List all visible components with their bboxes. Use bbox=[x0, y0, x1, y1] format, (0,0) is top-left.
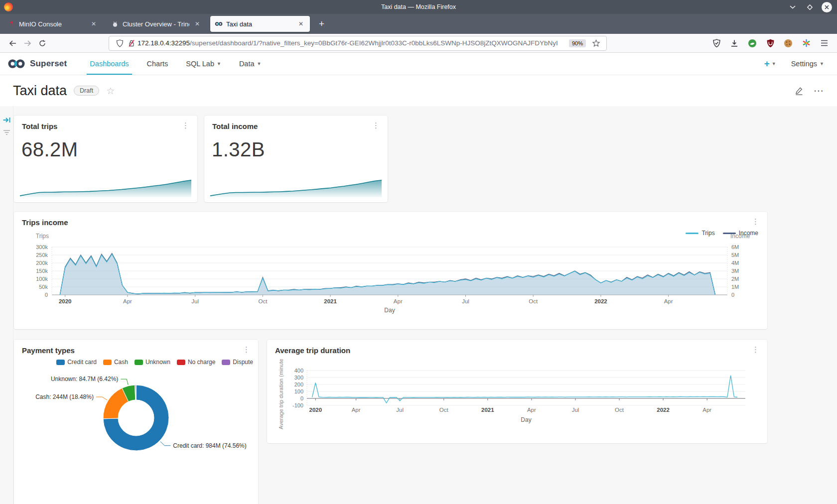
legend-item-trips[interactable]: Trips bbox=[686, 230, 714, 237]
caret-down-icon: ▼ bbox=[820, 61, 824, 66]
hamburger-menu-icon[interactable] bbox=[818, 37, 830, 49]
svg-text:Apr: Apr bbox=[352, 407, 361, 413]
nav-item-charts[interactable]: Charts bbox=[138, 53, 177, 75]
svg-text:Trips: Trips bbox=[36, 233, 49, 240]
legend-item-dispute[interactable]: Dispute bbox=[222, 359, 253, 366]
svg-text:0: 0 bbox=[300, 395, 303, 401]
close-button[interactable] bbox=[822, 2, 832, 12]
tab-minio-console[interactable]: MinIO Console ✕ bbox=[3, 16, 103, 32]
forward-button[interactable] bbox=[20, 36, 35, 50]
colorful-asterisk-extension-icon[interactable] bbox=[800, 37, 812, 49]
favorite-star-icon[interactable]: ☆ bbox=[106, 85, 115, 97]
tab-close-icon[interactable]: ✕ bbox=[296, 19, 305, 28]
svg-text:Apr: Apr bbox=[394, 298, 403, 304]
filter-list-icon[interactable] bbox=[2, 129, 11, 138]
caret-down-icon: ▼ bbox=[217, 61, 221, 66]
green-privacy-extension-icon[interactable] bbox=[746, 37, 758, 49]
bookmark-star-icon[interactable] bbox=[590, 37, 602, 49]
svg-text:Cash: 244M (18.48%): Cash: 244M (18.48%) bbox=[35, 393, 94, 400]
svg-text:300k: 300k bbox=[36, 244, 48, 250]
svg-text:Jul: Jul bbox=[191, 298, 199, 304]
tab-close-icon[interactable]: ✕ bbox=[193, 19, 202, 28]
tab-label: MinIO Console bbox=[19, 20, 86, 28]
legend-item-no-charge[interactable]: No charge bbox=[177, 359, 215, 366]
minimize-button[interactable] bbox=[788, 2, 798, 12]
svg-text:2020: 2020 bbox=[59, 298, 72, 304]
superset-logo[interactable]: Superset bbox=[7, 59, 67, 69]
svg-text:Unknown: 84.7M (6.42%): Unknown: 84.7M (6.42%) bbox=[51, 376, 118, 382]
nav-item-dashboards[interactable]: Dashboards bbox=[81, 53, 138, 75]
avg-trip-duration-card: Average trip duration ⋮ 4003002001000-10… bbox=[267, 340, 767, 443]
svg-text:200k: 200k bbox=[36, 260, 48, 266]
settings-menu[interactable]: Settings▼ bbox=[791, 60, 824, 68]
svg-text:250k: 250k bbox=[36, 252, 48, 258]
svg-text:Day: Day bbox=[384, 307, 395, 314]
svg-text:300: 300 bbox=[294, 375, 303, 380]
trips-income-card: Trips income ⋮ TripsIncome 300k6M250k5M2… bbox=[14, 212, 767, 329]
legend-item-cash[interactable]: Cash bbox=[103, 359, 128, 366]
expand-filter-bar-icon[interactable] bbox=[2, 116, 11, 126]
svg-text:400: 400 bbox=[294, 368, 303, 374]
svg-text:Oct: Oct bbox=[615, 407, 624, 413]
new-item-button[interactable]: +▼ bbox=[764, 58, 776, 69]
dashboard-menu-icon[interactable]: ⋯ bbox=[814, 85, 824, 97]
tab-label: Cluster Overview - Trino bbox=[123, 20, 189, 28]
window-title: Taxi data — Mozilla Firefox bbox=[0, 3, 837, 10]
reload-button[interactable] bbox=[35, 36, 50, 50]
back-button[interactable] bbox=[5, 36, 20, 50]
tab-trino-cluster[interactable]: Cluster Overview - Trino ✕ bbox=[107, 16, 206, 32]
svg-text:2M: 2M bbox=[731, 276, 739, 282]
svg-text:100k: 100k bbox=[36, 276, 48, 282]
shield-check-extension-icon[interactable] bbox=[710, 37, 722, 49]
card-title: Total income bbox=[212, 122, 258, 130]
cookie-extension-icon[interactable] bbox=[782, 37, 794, 49]
trips-income-chart: 300k6M250k5M200k4M150k3M100k2M50k1M00Tri… bbox=[14, 227, 767, 318]
legend-item-credit-card[interactable]: Credit card bbox=[56, 359, 97, 366]
zoom-level-badge[interactable]: 90% bbox=[569, 39, 586, 47]
total-trips-card: Total trips ⋮ 68.2M bbox=[14, 116, 197, 202]
tab-close-icon[interactable]: ✕ bbox=[89, 19, 98, 28]
svg-text:0: 0 bbox=[731, 292, 734, 298]
card-menu-icon[interactable]: ⋮ bbox=[241, 346, 252, 353]
dashboard-content: Total trips ⋮ 68.2M Total income ⋮ 1.32B… bbox=[0, 106, 837, 504]
legend-item-income[interactable]: Income bbox=[723, 230, 758, 237]
edit-pencil-icon[interactable] bbox=[795, 86, 804, 95]
total-trips-value: 68.2M bbox=[14, 138, 197, 161]
tab-taxi-data-active[interactable]: Taxi data ✕ bbox=[210, 16, 310, 32]
avg-trip-duration-chart: 4003002001000-1002020AprJulOct2021AprJul… bbox=[267, 355, 767, 433]
svg-text:Apr: Apr bbox=[664, 298, 673, 304]
svg-text:Jul: Jul bbox=[572, 407, 579, 413]
status-badge: Draft bbox=[74, 86, 99, 96]
new-tab-button[interactable]: + bbox=[314, 18, 329, 29]
card-title: Payment types bbox=[22, 346, 75, 355]
minio-favicon bbox=[7, 20, 15, 28]
total-income-sparkline bbox=[210, 177, 382, 197]
nav-item-sql-lab[interactable]: SQL Lab▼ bbox=[177, 53, 230, 75]
legend-label: Unknown bbox=[145, 359, 170, 366]
svg-text:Oct: Oct bbox=[529, 298, 538, 304]
card-menu-icon[interactable]: ⋮ bbox=[370, 122, 382, 129]
svg-text:Average trip duration (minute: Average trip duration (minute bbox=[278, 359, 284, 429]
legend-item-unknown[interactable]: Unknown bbox=[135, 359, 170, 366]
downloads-icon[interactable] bbox=[728, 37, 740, 49]
total-income-value: 1.32B bbox=[204, 138, 388, 161]
card-menu-icon[interactable]: ⋮ bbox=[180, 122, 191, 129]
window-titlebar: Taxi data — Mozilla Firefox bbox=[0, 0, 837, 14]
total-trips-sparkline bbox=[20, 177, 191, 197]
svg-text:-100: -100 bbox=[292, 402, 303, 408]
ublock-shield-extension-icon[interactable] bbox=[764, 37, 776, 49]
legend-label: Trips bbox=[701, 230, 714, 237]
nav-item-data[interactable]: Data▼ bbox=[230, 53, 271, 75]
maximize-button[interactable] bbox=[805, 2, 815, 12]
insecure-lock-icon[interactable] bbox=[126, 37, 138, 49]
card-menu-icon[interactable]: ⋮ bbox=[750, 346, 761, 353]
navigation-toolbar: 172.18.0.4:32295/superset/dashboard/1/?n… bbox=[0, 34, 837, 53]
svg-text:2021: 2021 bbox=[481, 407, 494, 413]
svg-text:Credit card: 984M (74.56%): Credit card: 984M (74.56%) bbox=[173, 442, 246, 449]
superset-navbar: Superset Dashboards Charts SQL Lab▼ Data… bbox=[0, 53, 837, 75]
card-menu-icon[interactable]: ⋮ bbox=[750, 218, 761, 225]
url-bar[interactable]: 172.18.0.4:32295/superset/dashboard/1/?n… bbox=[109, 36, 607, 51]
svg-text:3M: 3M bbox=[731, 268, 739, 274]
tracking-shield-icon[interactable] bbox=[114, 37, 126, 49]
svg-text:1M: 1M bbox=[731, 284, 739, 290]
